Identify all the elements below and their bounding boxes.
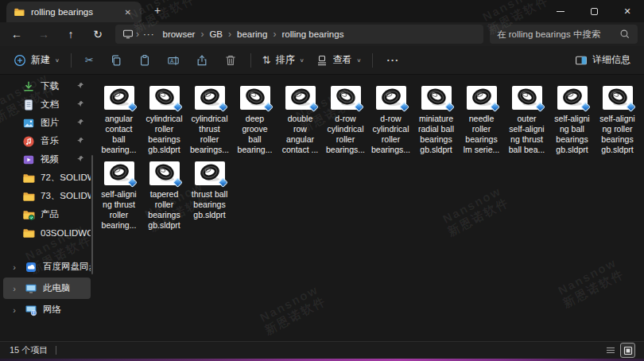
sidebar-item-音乐[interactable]: 音乐 bbox=[3, 132, 91, 150]
rename-button[interactable]: A bbox=[159, 50, 188, 71]
pin-icon[interactable] bbox=[76, 100, 84, 108]
share-icon bbox=[196, 54, 208, 67]
sldprt-file-icon bbox=[104, 86, 134, 110]
pin-icon[interactable] bbox=[76, 118, 84, 126]
sldprt-file-icon bbox=[240, 86, 270, 110]
trash-icon bbox=[224, 54, 237, 67]
file-item[interactable]: self-aligning thrustrollerbearing... bbox=[96, 155, 142, 231]
new-button[interactable]: 新建 ∨ bbox=[8, 49, 65, 71]
breadcrumb-item[interactable]: GB bbox=[206, 29, 226, 39]
breadcrumb-overflow-button[interactable]: ··· bbox=[142, 29, 160, 39]
file-name: cylindricalrollerbearingsgb.sldprt bbox=[142, 114, 187, 155]
share-button[interactable] bbox=[188, 50, 216, 71]
maximize-icon bbox=[591, 8, 598, 15]
details-view-toggle[interactable] bbox=[603, 344, 617, 357]
file-item[interactable]: outerself-aligning thrustball bea... bbox=[504, 80, 549, 155]
sidebar-item-图片[interactable]: 图片 bbox=[3, 114, 91, 132]
new-tab-button[interactable]: + bbox=[149, 4, 165, 17]
up-button[interactable]: ↑ bbox=[60, 26, 81, 42]
file-name: self-aligning ballbearingsgb.sldprt bbox=[549, 114, 595, 155]
chevron-right-icon[interactable]: › bbox=[10, 262, 19, 272]
toolbar-divider bbox=[71, 53, 72, 68]
sidebar-devices-group: ›百度网盘同步空›此电脑›网络 bbox=[0, 256, 94, 320]
view-button[interactable]: 查看 ∨ bbox=[310, 49, 367, 71]
status-separator bbox=[56, 346, 56, 355]
forward-button[interactable]: → bbox=[33, 26, 54, 42]
file-item[interactable]: d-rowcylindricalrollerbearings... bbox=[323, 80, 368, 155]
maximize-button[interactable] bbox=[577, 0, 611, 22]
details-panel-icon bbox=[575, 54, 588, 67]
breadcrumb-item[interactable]: rolling bearings bbox=[278, 29, 347, 39]
file-item[interactable]: deepgrooveballbearing... bbox=[232, 80, 277, 155]
rename-icon: A bbox=[167, 54, 180, 67]
close-button[interactable]: ✕ bbox=[611, 0, 644, 22]
sidebar-item-label: 03SOLIDWORK bbox=[41, 228, 91, 238]
sidebar-item-72、SOLIDWO[interactable]: 72、SOLIDWO bbox=[3, 169, 91, 187]
chevron-right-icon[interactable]: › bbox=[10, 305, 19, 315]
sidebar-scrollbar[interactable] bbox=[91, 155, 93, 274]
sidebar-item-此电脑[interactable]: ›此电脑 bbox=[3, 278, 91, 299]
file-name: self-aligning rollerbearingsgb.sldprt bbox=[595, 114, 640, 155]
sort-button[interactable]: ⇅ 排序 ∨ bbox=[257, 49, 310, 71]
search-box[interactable]: 在 rolling bearings 中搜索 bbox=[490, 25, 638, 44]
file-item[interactable]: self-aligning ballbearingsgb.sldprt bbox=[549, 80, 595, 155]
breadcrumb-separator: › bbox=[134, 29, 142, 40]
copy-button[interactable] bbox=[102, 50, 130, 71]
file-item[interactable]: cylindricalthrustrollerbearings... bbox=[187, 80, 232, 155]
sidebar-item-label: 72、SOLIDWO bbox=[41, 172, 91, 184]
cut-button[interactable]: ✂ bbox=[77, 50, 102, 70]
tab-close-icon[interactable]: ✕ bbox=[122, 7, 134, 17]
chevron-down-icon: ∨ bbox=[55, 57, 60, 63]
file-item[interactable]: cylindricalrollerbearingsgb.sldprt bbox=[142, 80, 187, 155]
search-input[interactable]: 在 rolling bearings 中搜索 bbox=[497, 29, 619, 41]
ellipsis-icon: ··· bbox=[386, 54, 399, 66]
breadcrumb-separator: › bbox=[226, 29, 234, 40]
file-item[interactable]: taperedrollerbearingsgb.sldprt bbox=[142, 155, 187, 231]
explorer-tab[interactable]: rolling bearings ✕ bbox=[6, 2, 142, 22]
sidebar-item-产品[interactable]: 产品 bbox=[3, 205, 91, 223]
paste-button[interactable] bbox=[130, 50, 159, 71]
sidebar-item-百度网盘同步空[interactable]: ›百度网盘同步空 bbox=[3, 256, 91, 278]
refresh-button[interactable]: ↻ bbox=[87, 26, 108, 42]
folder-icon bbox=[22, 172, 35, 184]
sidebar-item-73、SOLIDWO[interactable]: 73、SOLIDWO bbox=[3, 187, 91, 205]
sidebar-item-03SOLIDWORK[interactable]: 03SOLIDWORK bbox=[3, 223, 91, 242]
chevron-right-icon[interactable]: › bbox=[10, 284, 19, 293]
pin-icon[interactable] bbox=[76, 155, 84, 163]
pin-icon[interactable] bbox=[76, 137, 84, 145]
pin-icon[interactable] bbox=[76, 82, 84, 90]
large-icons-view-toggle[interactable] bbox=[621, 344, 634, 357]
this-pc-monitor-icon[interactable] bbox=[122, 29, 134, 40]
file-item[interactable]: angularcontactballbearing... bbox=[96, 80, 142, 155]
sidebar-item-视频[interactable]: 视频 bbox=[3, 150, 91, 169]
sldprt-file-icon bbox=[195, 161, 225, 185]
this-pc-icon bbox=[25, 282, 37, 295]
sldprt-file-icon bbox=[467, 86, 497, 110]
sidebar-item-文档[interactable]: 文档 bbox=[3, 95, 91, 114]
file-item[interactable]: thrust ballbearingsgb.sldprt bbox=[187, 155, 232, 231]
file-item[interactable]: self-aligning rollerbearingsgb.sldprt bbox=[595, 80, 640, 155]
file-name: miniatureradial ballbearingsgb.sldprt bbox=[413, 114, 459, 155]
minimize-button[interactable] bbox=[544, 0, 577, 22]
file-item[interactable]: needlerollerbearingslm serie... bbox=[459, 80, 504, 155]
folder-sync-icon bbox=[22, 208, 35, 221]
file-item[interactable]: d-rowcylindricalrollerbearings... bbox=[368, 80, 413, 155]
file-name: self-aligning thrustrollerbearing... bbox=[96, 189, 142, 231]
sidebar-item-label: 百度网盘同步空 bbox=[43, 261, 91, 273]
back-button[interactable]: ← bbox=[6, 26, 27, 42]
more-options-button[interactable]: ··· bbox=[378, 50, 407, 70]
file-item[interactable]: miniatureradial ballbearingsgb.sldprt bbox=[413, 80, 459, 155]
details-pane-button[interactable]: 详细信息 bbox=[569, 49, 636, 71]
file-name: cylindricalthrustrollerbearings... bbox=[187, 114, 232, 155]
sldprt-file-icon bbox=[149, 161, 180, 185]
breadcrumb-item[interactable]: bearing bbox=[234, 29, 270, 39]
file-item[interactable]: doublerowangularcontact ... bbox=[277, 80, 323, 155]
view-toggles bbox=[603, 344, 634, 357]
sidebar-item-网络[interactable]: ›网络 bbox=[3, 299, 91, 320]
breadcrumb[interactable]: › ··· browser›GB›bearing›rolling bearing… bbox=[115, 25, 483, 44]
breadcrumb-item[interactable]: browser bbox=[160, 29, 199, 39]
sldprt-file-icon bbox=[376, 86, 406, 110]
sidebar-item-下载[interactable]: 下载 bbox=[3, 77, 91, 95]
delete-button[interactable] bbox=[216, 50, 245, 71]
sidebar-item-label: 产品 bbox=[41, 208, 91, 220]
